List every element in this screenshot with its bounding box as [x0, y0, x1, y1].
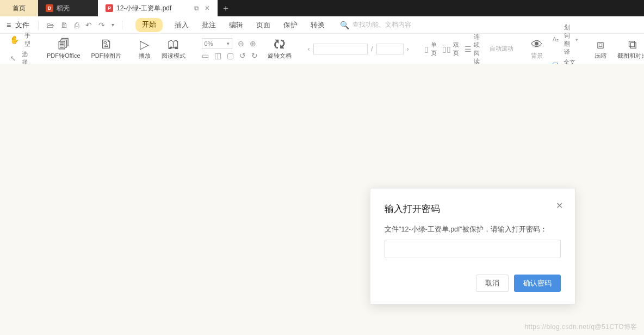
toolbar: ✋手型 ↖选择 🗐 PDF转Office 🖻 PDF转图片 ▷ 播放 🕮 阅读模… — [0, 34, 644, 64]
play-button[interactable]: ▷ 播放 — [133, 34, 156, 64]
pdf-office-label: PDF转Office — [47, 52, 81, 60]
dialog-msg-suffix: "被保护，请输入打开密码： — [460, 226, 547, 233]
ribbon-tab-convert[interactable]: 转换 — [309, 18, 326, 32]
pdf-to-image-button[interactable]: 🖻 PDF转图片 — [86, 34, 127, 64]
chevron-down-icon: ▾ — [227, 41, 230, 46]
redo-icon[interactable]: ↷ — [96, 20, 107, 31]
zoom-out-icon[interactable]: ⊖ — [238, 39, 244, 48]
zoom-in-icon[interactable]: ⊕ — [250, 39, 256, 48]
pdf-image-icon: 🖻 — [100, 38, 112, 52]
ribbon-tab-insert[interactable]: 插入 — [174, 18, 190, 32]
ribbon-tab-page[interactable]: 页面 — [255, 18, 271, 32]
ribbon-tab-edit[interactable]: 编辑 — [228, 18, 244, 32]
rotate-label: 旋转文档 — [268, 52, 292, 60]
crop-compare-button[interactable]: ⧉ 截图和对比 — [612, 34, 644, 64]
password-dialog: ✕ 输入打开密码 文件"12-小绿-工资单.pdf"被保护，请输入打开密码： 取… — [370, 188, 575, 304]
readmode-label: 阅读模式 — [162, 52, 185, 60]
dialog-message: 文件"12-小绿-工资单.pdf"被保护，请输入打开密码： — [385, 225, 561, 234]
select-tool-label: 选择 — [22, 50, 30, 66]
ribbon-tab-annotate[interactable]: 批注 — [201, 18, 217, 32]
pdf-image-label: PDF转图片 — [91, 52, 121, 60]
background-button[interactable]: 👁 背景 — [525, 34, 548, 64]
autoscroll-button[interactable]: 自动滚动 — [484, 34, 519, 64]
word-trans-label: 划词翻译 — [564, 23, 570, 56]
select-tool-button[interactable]: ↖选择 — [10, 50, 30, 66]
single-page-button[interactable]: ▯单页 — [424, 41, 437, 57]
tab-actions: ⧉ ✕ — [194, 4, 210, 12]
cursor-icon: ↖ — [10, 54, 16, 63]
book-icon: 🕮 — [168, 38, 179, 52]
word-translate-button[interactable]: A₂划词翻译▾ — [553, 23, 578, 56]
search-box[interactable]: 🔍 查找功能、文档内容 — [340, 20, 411, 29]
ribbon-tab-start[interactable]: 开始 — [135, 18, 163, 32]
password-input[interactable] — [385, 240, 561, 258]
dialog-filename: 12-小绿-工资单.pdf — [401, 226, 460, 233]
continuous-icon: ☰ — [465, 45, 472, 53]
abc-icon: A₂ — [553, 36, 559, 43]
rotate-right-icon[interactable]: ↻ — [251, 51, 258, 60]
compress-button[interactable]: ⧈ 压缩 — [589, 34, 612, 64]
zoom-select[interactable]: 0%▾ — [202, 38, 232, 49]
tab-home[interactable]: 首页 — [0, 0, 38, 16]
menubar: ≡ 文件 🗁 🗎 ⎙ ↶ ↷ ▾ 开始 插入 批注 编辑 页面 保护 转换 🔍 … — [0, 16, 644, 34]
dialog-actions: 取消 确认密码 — [385, 275, 561, 292]
pdf-office-icon: 🗐 — [58, 38, 70, 52]
zoom-group: 0%▾ ⊖ ⊕ ▭ ◫ ▢ ↺ ↻ — [197, 34, 262, 64]
pager-group: ‹ / › — [304, 34, 413, 64]
pdf-to-office-button[interactable]: 🗐 PDF转Office — [41, 34, 86, 64]
single-page-icon: ▯ — [424, 45, 429, 53]
save-icon[interactable]: 🗎 — [58, 20, 70, 31]
tab-home-label: 首页 — [13, 4, 26, 13]
tab-close-icon[interactable]: ✕ — [205, 4, 210, 12]
play-icon: ▷ — [140, 38, 149, 52]
hand-icon: ✋ — [10, 35, 19, 44]
menu-separator — [38, 21, 39, 29]
undo-icon[interactable]: ↶ — [83, 20, 94, 31]
compress-label: 压缩 — [595, 52, 606, 60]
hamburger-icon[interactable]: ≡ — [7, 21, 11, 29]
pdf-icon: P — [106, 4, 113, 12]
continuous-label: 连续阅读 — [474, 33, 480, 65]
continuous-button[interactable]: ☰连续阅读 — [465, 33, 480, 65]
confirm-label: 确认密码 — [523, 278, 552, 288]
search-placeholder: 查找功能、文档内容 — [352, 20, 411, 29]
tool-pointer-group: ✋手型 ↖选择 — [5, 34, 35, 64]
compress-icon: ⧈ — [597, 38, 604, 52]
menu-separator-2 — [122, 21, 122, 29]
tab-document-active[interactable]: P 12-小绿-工资单.pdf ⧉ ✕ — [98, 0, 218, 16]
search-icon: 🔍 — [340, 21, 349, 29]
dialog-close-button[interactable]: ✕ — [556, 200, 563, 211]
dialog-title: 输入打开密码 — [385, 203, 561, 215]
double-label: 双页 — [453, 41, 459, 57]
hand-tool-button[interactable]: ✋手型 — [10, 32, 30, 48]
tab-docer[interactable]: D 稻壳 — [38, 0, 98, 16]
tab-popout-icon[interactable]: ⧉ — [194, 4, 199, 12]
tab-add-button[interactable]: ＋ — [218, 0, 234, 16]
actual-size-icon[interactable]: ▢ — [227, 51, 234, 60]
double-page-icon: ▯▯ — [442, 45, 451, 53]
dropdown-icon[interactable]: ▾ — [109, 21, 116, 29]
fit-width-icon[interactable]: ▭ — [202, 51, 209, 60]
crop-label: 截图和对比 — [617, 52, 644, 60]
rotate-left-icon[interactable]: ↺ — [239, 51, 246, 60]
rotate-doc-button[interactable]: 🗘 旋转文档 — [262, 34, 297, 64]
open-icon[interactable]: 🗁 — [44, 20, 56, 31]
tab-document-label: 12-小绿-工资单.pdf — [116, 4, 171, 13]
hand-tool-label: 手型 — [24, 32, 30, 48]
page-input[interactable] — [313, 44, 368, 54]
print-icon[interactable]: ⎙ — [72, 20, 81, 31]
rotate-icon: 🗘 — [274, 38, 286, 52]
background-label: 背景 — [531, 52, 543, 60]
page-next-icon[interactable]: › — [407, 45, 409, 53]
page-prev-icon[interactable]: ‹ — [308, 45, 310, 53]
fit-page-icon[interactable]: ◫ — [214, 51, 221, 60]
menu-file[interactable]: 文件 — [15, 20, 29, 30]
cancel-label: 取消 — [485, 278, 499, 288]
double-page-button[interactable]: ▯▯双页 — [442, 41, 459, 57]
confirm-button[interactable]: 确认密码 — [514, 275, 561, 292]
dialog-msg-prefix: 文件" — [385, 226, 401, 233]
ribbon-tab-protect[interactable]: 保护 — [282, 18, 299, 32]
read-mode-button[interactable]: 🕮 阅读模式 — [156, 34, 191, 64]
cancel-button[interactable]: 取消 — [476, 275, 509, 292]
play-label: 播放 — [139, 52, 151, 60]
